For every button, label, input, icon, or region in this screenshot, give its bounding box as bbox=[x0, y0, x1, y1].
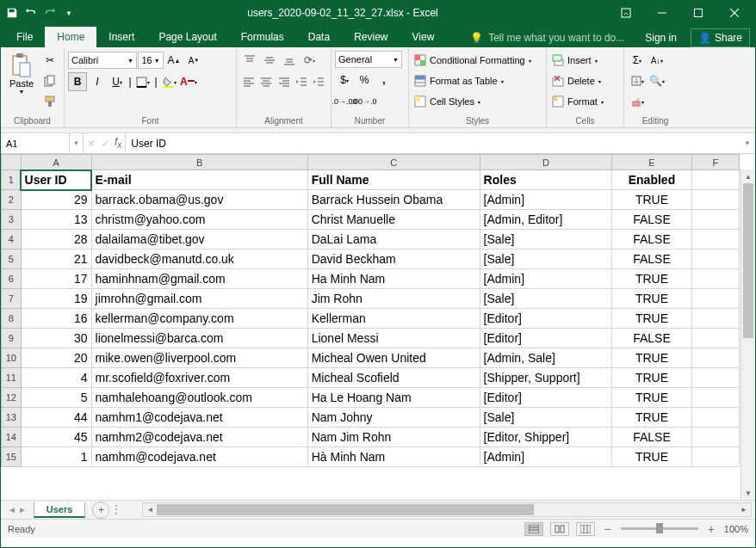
qat-customize-icon[interactable]: ▼ bbox=[61, 5, 77, 21]
cell-E3[interactable]: FALSE bbox=[612, 210, 691, 230]
scroll-right-icon[interactable]: ► bbox=[737, 506, 751, 514]
font-name-combo[interactable]: Calibri▼ bbox=[68, 52, 137, 69]
row-header-7[interactable]: 7 bbox=[2, 289, 22, 309]
format-cells-button[interactable]: Format▾ bbox=[550, 92, 620, 111]
cell-C2[interactable]: Barrack Hussein Obama bbox=[307, 190, 480, 210]
column-header-D[interactable]: D bbox=[480, 155, 612, 170]
cell-C1[interactable]: Full Name bbox=[307, 170, 480, 190]
font-color-icon[interactable]: A▾ bbox=[179, 72, 198, 91]
cell-D14[interactable]: [Editor, Shipper] bbox=[480, 428, 612, 447]
cell-F10[interactable] bbox=[691, 348, 739, 368]
cell-E4[interactable]: FALSE bbox=[612, 230, 691, 249]
cell-F12[interactable] bbox=[691, 388, 739, 408]
cell-A2[interactable]: 29 bbox=[21, 190, 91, 210]
cell-D13[interactable]: [Sale] bbox=[480, 408, 612, 428]
cell-F1[interactable] bbox=[691, 170, 739, 190]
cell-A15[interactable]: 1 bbox=[21, 447, 91, 467]
cell-C7[interactable]: Jim Rohn bbox=[307, 289, 480, 309]
increase-font-icon[interactable]: A▲ bbox=[164, 51, 183, 70]
cell-E7[interactable]: TRUE bbox=[612, 289, 691, 309]
cell-D12[interactable]: [Editor] bbox=[480, 388, 612, 408]
cell-A11[interactable]: 4 bbox=[21, 368, 91, 388]
cell-B11[interactable]: mr.scofield@foxriver.com bbox=[91, 368, 307, 388]
cell-B4[interactable]: dalailama@tibet.gov bbox=[91, 230, 307, 249]
cell-A4[interactable]: 28 bbox=[21, 230, 91, 249]
cell-F3[interactable] bbox=[691, 210, 739, 230]
align-bottom-icon[interactable] bbox=[280, 51, 299, 70]
cell-B8[interactable]: kellerman@company.com bbox=[91, 309, 307, 329]
select-all-corner[interactable] bbox=[2, 155, 22, 170]
tab-file[interactable]: File bbox=[4, 27, 45, 47]
cell-E14[interactable]: FALSE bbox=[612, 428, 691, 447]
cell-C10[interactable]: Micheal Owen United bbox=[307, 348, 480, 368]
border-icon[interactable]: ▾ bbox=[133, 72, 152, 91]
cell-C14[interactable]: Nam Jim Rohn bbox=[307, 428, 480, 447]
underline-icon[interactable]: U▾ bbox=[108, 72, 127, 91]
cell-B10[interactable]: mike.owen@liverpool.com bbox=[91, 348, 307, 368]
paste-button[interactable]: Paste ▼ bbox=[4, 49, 39, 114]
cell-E5[interactable]: FALSE bbox=[612, 249, 691, 269]
row-header-9[interactable]: 9 bbox=[2, 329, 22, 348]
row-header-11[interactable]: 11 bbox=[2, 368, 22, 388]
sort-filter-icon[interactable]: A↓▾ bbox=[648, 51, 666, 70]
percent-icon[interactable]: % bbox=[355, 71, 374, 89]
cell-B6[interactable]: haminhnam@gmail.com bbox=[91, 269, 307, 289]
sheet-nav-next-icon[interactable]: ► bbox=[18, 505, 27, 514]
column-header-A[interactable]: A bbox=[21, 155, 91, 170]
cell-C9[interactable]: Lionel Messi bbox=[307, 329, 480, 348]
hscroll-thumb[interactable] bbox=[157, 504, 534, 515]
row-header-12[interactable]: 12 bbox=[2, 388, 22, 408]
signin-link[interactable]: Sign in bbox=[638, 32, 684, 44]
tab-page-layout[interactable]: Page Layout bbox=[146, 27, 228, 47]
row-header-2[interactable]: 2 bbox=[2, 190, 22, 210]
column-header-B[interactable]: B bbox=[91, 155, 307, 170]
row-header-13[interactable]: 13 bbox=[2, 408, 22, 428]
cell-D4[interactable]: [Sale] bbox=[480, 230, 612, 249]
cell-B5[interactable]: davidbeck@manutd.co.uk bbox=[91, 249, 307, 269]
find-select-icon[interactable]: 🔍▾ bbox=[648, 71, 666, 90]
cell-D8[interactable]: [Editor] bbox=[480, 309, 612, 329]
cell-E9[interactable]: FALSE bbox=[612, 329, 691, 348]
align-left-icon[interactable] bbox=[240, 72, 257, 91]
zoom-slider[interactable] bbox=[621, 527, 698, 530]
cell-B7[interactable]: jimrohn@gmail.com bbox=[91, 289, 307, 309]
ribbon-display-icon[interactable] bbox=[609, 2, 643, 24]
formula-expand-icon[interactable]: ▼ bbox=[740, 133, 755, 153]
column-header-F[interactable]: F bbox=[691, 155, 739, 170]
cell-C11[interactable]: Micheal Scofield bbox=[307, 368, 480, 388]
cell-E13[interactable]: TRUE bbox=[612, 408, 691, 428]
cell-B14[interactable]: namhm2@codejava.net bbox=[91, 428, 307, 447]
column-header-C[interactable]: C bbox=[307, 155, 480, 170]
scroll-left-icon[interactable]: ◄ bbox=[143, 506, 157, 514]
cell-E12[interactable]: TRUE bbox=[612, 388, 691, 408]
cell-D10[interactable]: [Admin, Sale] bbox=[480, 348, 612, 368]
vscroll-thumb[interactable] bbox=[743, 183, 753, 338]
row-header-8[interactable]: 8 bbox=[2, 309, 22, 329]
tell-me-search[interactable]: 💡 Tell me what you want to do... bbox=[463, 32, 631, 44]
cell-A1[interactable]: User ID bbox=[21, 170, 91, 190]
cell-C3[interactable]: Christ Manuelle bbox=[307, 210, 480, 230]
cell-F14[interactable] bbox=[691, 428, 739, 447]
increase-indent-icon[interactable] bbox=[311, 72, 327, 91]
name-box-dropdown[interactable]: ▼ bbox=[70, 133, 84, 153]
cancel-formula-icon[interactable]: ✕ bbox=[87, 138, 96, 150]
row-header-15[interactable]: 15 bbox=[2, 447, 22, 467]
zoom-slider-thumb[interactable] bbox=[656, 523, 663, 533]
bold-icon[interactable]: B bbox=[68, 72, 87, 91]
row-header-10[interactable]: 10 bbox=[2, 348, 22, 368]
cell-F9[interactable] bbox=[691, 329, 739, 348]
cell-A9[interactable]: 30 bbox=[21, 329, 91, 348]
fill-color-icon[interactable]: ▾ bbox=[159, 72, 178, 91]
cell-D9[interactable]: [Editor] bbox=[480, 329, 612, 348]
horizontal-scrollbar[interactable]: ◄ ► bbox=[142, 502, 752, 517]
cell-C12[interactable]: Ha Le Hoang Nam bbox=[307, 388, 480, 408]
redo-icon[interactable] bbox=[42, 5, 58, 21]
fill-icon[interactable]: ▾ bbox=[628, 71, 647, 90]
close-button[interactable] bbox=[717, 2, 752, 24]
cell-A8[interactable]: 16 bbox=[21, 309, 91, 329]
cell-A6[interactable]: 17 bbox=[21, 269, 91, 289]
sheet-nav-prev-icon[interactable]: ◄ bbox=[8, 505, 16, 514]
minimize-button[interactable] bbox=[645, 2, 679, 24]
cell-C6[interactable]: Ha Minh Nam bbox=[307, 269, 480, 289]
decrease-font-icon[interactable]: A▼ bbox=[184, 51, 203, 70]
